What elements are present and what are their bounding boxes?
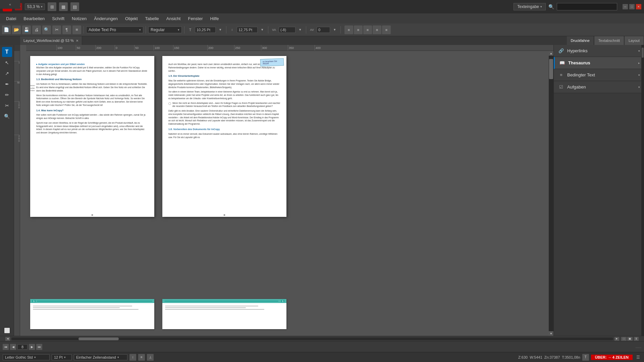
status-line-spacing[interactable]: Einfacher Zeilenabstand ▾ [74, 354, 127, 360]
align-right-icon[interactable]: ≡ [363, 25, 372, 34]
kerning-dropdown[interactable]: ▾ [297, 26, 304, 33]
last-page-button[interactable]: ⏭ [36, 344, 42, 350]
h-scroll-left-arrow[interactable]: ◄ [5, 337, 10, 341]
menu-tabelle[interactable]: Tabelle [142, 15, 162, 22]
style-selector[interactable]: Regular ▾ [148, 26, 182, 33]
fill-color[interactable] [4, 327, 10, 334]
leading-field[interactable]: 12,75 Pt [237, 27, 258, 33]
bedingter-text-panel-header[interactable]: ≡ Bedingter Text ▾ [554, 69, 644, 81]
tab-druckfahne[interactable]: Druckfahne [567, 36, 594, 45]
scroll-up-arrow[interactable]: ▲ [549, 51, 553, 56]
tool-pen[interactable]: ✒ [2, 79, 12, 89]
tool-text[interactable]: T [2, 47, 12, 57]
print-icon[interactable]: 🖨 [32, 25, 41, 34]
tracking-dropdown[interactable]: ▾ [331, 26, 338, 33]
status-align-icon[interactable]: ↕ [129, 354, 136, 361]
minimize-button[interactable]: ─ [623, 4, 628, 9]
page-number-input[interactable] [17, 344, 28, 350]
search-input[interactable] [557, 3, 617, 10]
close-button[interactable]: ✕ [636, 4, 641, 9]
document-page-right[interactable]: so beachten Sie Aktuell Auch ein Workflo… [162, 56, 286, 217]
status-align-icon-2[interactable]: ≡ [138, 354, 145, 361]
status-align-icon-3[interactable]: ⊥ [147, 354, 154, 361]
justify-all-icon[interactable]: ≡ [382, 25, 391, 34]
align-left-icon[interactable]: ≡ [344, 25, 353, 34]
save-icon[interactable]: 💾 [22, 25, 31, 34]
doc-tab-close[interactable]: ✕ [76, 39, 78, 43]
single-page-view[interactable]: □ [621, 337, 627, 341]
menu-änderungen[interactable]: Änderungen [91, 15, 121, 22]
right-panel-scrollbar[interactable] [641, 45, 644, 336]
tool-scissors[interactable]: ✂ [2, 101, 12, 111]
right-panel-scroll-thumb[interactable] [642, 48, 644, 58]
tool-zoom[interactable]: 🔍 [2, 111, 12, 121]
menu-schrift[interactable]: Schrift [49, 15, 68, 22]
hyperlinks-title: Hyperlinks [567, 48, 588, 53]
scissors-icon[interactable]: ✂ [52, 25, 61, 34]
hyperlinks-panel-header[interactable]: 🔗 Hyperlinks ▾ [554, 45, 644, 57]
section-text-einzelarbeitsplatz-2: Vor allem in einem kleinen Team, beispie… [168, 90, 280, 100]
menu-datei[interactable]: Datei [3, 15, 19, 22]
view-icon[interactable]: ▦ [59, 2, 68, 11]
scroll-thumb-v[interactable] [549, 59, 553, 79]
text-flow-icon[interactable]: T [582, 354, 589, 361]
aufgaben-panel-header[interactable]: ☑ Aufgaben ▾ [554, 81, 644, 93]
menu-bearbeiten[interactable]: Bearbeiten [20, 15, 48, 22]
tracking-field[interactable]: 0 [317, 27, 330, 33]
h-scroll-thumb[interactable] [78, 338, 119, 340]
paragraph-icon[interactable]: ¶ [62, 25, 71, 34]
align-center-icon[interactable]: ≡ [354, 25, 363, 34]
page-thumbnail-left[interactable]: 1 [30, 299, 154, 329]
thesaurus-panel-header[interactable]: 📖 Thesaurus ▸ [554, 57, 644, 69]
menu-ansicht[interactable]: Ansicht [163, 15, 184, 22]
font-size-dropdown[interactable]: ▾ [217, 26, 224, 33]
status-font-selector[interactable]: Letter Gothic Std ▾ [3, 354, 50, 360]
double-page-view[interactable]: ▣ [627, 337, 633, 341]
zoom-control[interactable]: 53,3 % ▾ [25, 3, 45, 10]
tool-pencil[interactable]: ✏ [2, 90, 12, 100]
h-scrollbar[interactable]: ◄ ► □ ▣ ⊻ [0, 336, 644, 341]
menu-fenster[interactable]: Fenster [184, 15, 206, 22]
justify-icon[interactable]: ≡ [373, 25, 381, 34]
leading-icon: ↕ [229, 26, 235, 33]
doc-tab-main[interactable]: Layout_Workflow.indd @ 53 % ✕ [20, 36, 82, 45]
font-selector[interactable]: Adobe Text Pro ▾ [86, 26, 143, 33]
kerning-field[interactable]: (-8) [279, 27, 296, 33]
zoom-value: 53,3 % [27, 4, 40, 9]
expand-icon[interactable]: ⊻ [634, 337, 639, 341]
prev-page-button[interactable]: ◀ [10, 344, 16, 350]
align-icon[interactable]: ≡ [72, 25, 81, 34]
tab-textabschnitt[interactable]: Textabschnitt [594, 36, 624, 45]
scroll-view-toggle[interactable]: □ ▣ [621, 337, 633, 341]
page-navigation: ⏮ ◀ ▶ ⏭ [3, 344, 42, 350]
leading-dropdown[interactable]: ▾ [259, 26, 266, 33]
panel-collapse-icon[interactable]: « [9, 3, 11, 6]
tool-select[interactable]: ↖ [2, 58, 12, 68]
status-point-size[interactable]: 12 Pt ▾ [52, 354, 72, 360]
page-thumbnail-right[interactable]: 1 [162, 299, 286, 329]
panels-icon[interactable]: ▤ [70, 2, 79, 11]
search-doc-icon[interactable]: 🔍 [42, 25, 51, 34]
section-text-einzelarbeitsplatz-1: Was Sie weiterhin optimieren können, sin… [168, 79, 280, 89]
first-page-button[interactable]: ⏮ [3, 344, 9, 350]
texteingabe-button[interactable]: Texteingabe ▾ [514, 3, 546, 10]
document-page-left[interactable]: ▸ Aufgabe verpacken und per EMail senden… [30, 56, 154, 217]
layout-icon[interactable]: ⊞ [48, 2, 56, 11]
status-menu-icon[interactable]: ☰ [635, 354, 641, 361]
tool-direct-select[interactable]: ↗ [2, 68, 12, 78]
menu-hilfe[interactable]: Hilfe [207, 15, 222, 22]
new-doc-icon[interactable]: 📄 [2, 25, 11, 34]
next-page-button[interactable]: ▶ [29, 344, 35, 350]
scroll-down-arrow[interactable]: ▼ [549, 331, 553, 336]
tab-layout[interactable]: Layout [624, 36, 644, 45]
menu-notizen[interactable]: Notizen [68, 15, 90, 22]
h-scroll-right-arrow[interactable]: ► [614, 337, 619, 341]
window-controls: ─ □ ✕ [623, 4, 641, 9]
zoom-dropdown-icon[interactable]: ▾ [41, 5, 43, 8]
open-icon[interactable]: 📂 [12, 25, 21, 34]
maximize-button[interactable]: □ [629, 4, 635, 9]
thumb-content-line-2 [33, 307, 120, 308]
menu-objekt[interactable]: Objekt [122, 15, 141, 22]
vertical-scrollbar[interactable]: ▲ ▼ [549, 51, 553, 336]
font-size-field[interactable]: 10,25 Pt [195, 27, 216, 33]
